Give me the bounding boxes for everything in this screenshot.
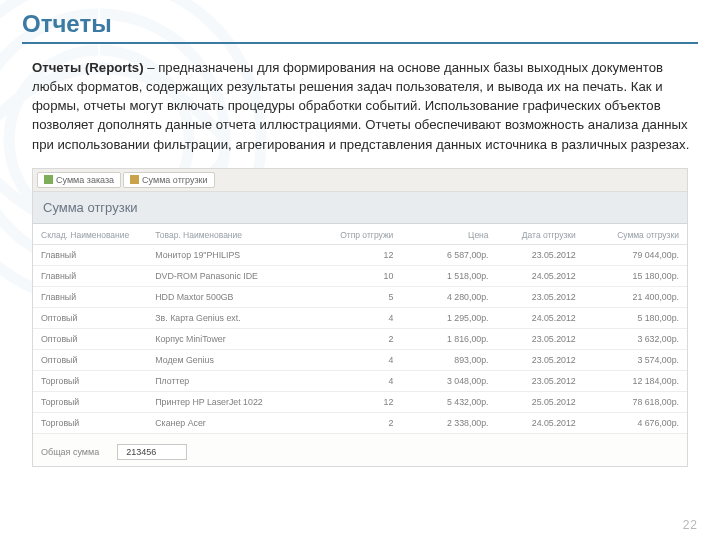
report-heading: Сумма отгрузки — [33, 192, 687, 224]
col-date: Дата отгрузки — [489, 230, 584, 240]
cell: 3 632,00р. — [584, 334, 679, 344]
cell: 15 180,00р. — [584, 271, 679, 281]
cell: Сканер Acer — [155, 418, 307, 428]
cell: Зв. Карта Genius ext. — [155, 313, 307, 323]
cell: 5 180,00р. — [584, 313, 679, 323]
table-row: ОптовыйКорпус MiniTower21 816,00р.23.05.… — [33, 329, 687, 350]
cell: Главный — [41, 271, 155, 281]
cell: Главный — [41, 292, 155, 302]
cell: Торговый — [41, 418, 155, 428]
page-title: Отчеты — [22, 10, 698, 42]
cell: Оптовый — [41, 355, 155, 365]
cell: 5 432,00р. — [393, 397, 488, 407]
cell: 12 — [308, 250, 394, 260]
cell: 6 587,00р. — [393, 250, 488, 260]
table-row: ГлавныйМонитор 19"PHILIPS126 587,00р.23.… — [33, 245, 687, 266]
cell: 23.05.2012 — [489, 292, 584, 302]
cell: 23.05.2012 — [489, 250, 584, 260]
col-product: Товар. Наименование — [155, 230, 307, 240]
cell: 23.05.2012 — [489, 355, 584, 365]
col-qty: Отпр отгружи — [308, 230, 394, 240]
table-row: ГлавныйHDD Maxtor 500GB54 280,00р.23.05.… — [33, 287, 687, 308]
cell: 1 816,00р. — [393, 334, 488, 344]
cell: 25.05.2012 — [489, 397, 584, 407]
cell: Корпус MiniTower — [155, 334, 307, 344]
cell: 2 — [308, 418, 394, 428]
table-row: ОптовыйМодем Genius4893,00р.23.05.20123 … — [33, 350, 687, 371]
report-icon — [130, 175, 139, 184]
cell: 893,00р. — [393, 355, 488, 365]
total-value: 213456 — [117, 444, 187, 460]
cell: 12 — [308, 397, 394, 407]
cell: Оптовый — [41, 313, 155, 323]
title-rule — [22, 42, 698, 44]
cell: 2 338,00р. — [393, 418, 488, 428]
table-row: ОптовыйЗв. Карта Genius ext.41 295,00р.2… — [33, 308, 687, 329]
cell: Главный — [41, 250, 155, 260]
col-sum: Сумма отгрузки — [584, 230, 679, 240]
cell: 1 518,00р. — [393, 271, 488, 281]
cell: 3 574,00р. — [584, 355, 679, 365]
cell: 21 400,00р. — [584, 292, 679, 302]
cell: 4 — [308, 355, 394, 365]
report-screenshot: Сумма заказа Сумма отгрузки Сумма отгруз… — [32, 168, 688, 467]
cell: HDD Maxtor 500GB — [155, 292, 307, 302]
cell: 23.05.2012 — [489, 334, 584, 344]
cell: 4 676,00р. — [584, 418, 679, 428]
cell: Торговый — [41, 397, 155, 407]
cell: 24.05.2012 — [489, 418, 584, 428]
cell: Принтер HP LaserJet 1022 — [155, 397, 307, 407]
lead-term: Отчеты (Reports) — [32, 60, 144, 75]
cell: 4 280,00р. — [393, 292, 488, 302]
tab-label: Сумма отгрузки — [142, 175, 208, 185]
cell: 24.05.2012 — [489, 313, 584, 323]
cell: 2 — [308, 334, 394, 344]
total-label: Общая сумма — [41, 447, 99, 457]
cell: 1 295,00р. — [393, 313, 488, 323]
cell: 12 184,00р. — [584, 376, 679, 386]
tab-label: Сумма заказа — [56, 175, 114, 185]
cell: 79 044,00р. — [584, 250, 679, 260]
cell: 4 — [308, 376, 394, 386]
cell: 23.05.2012 — [489, 376, 584, 386]
cell: Монитор 19"PHILIPS — [155, 250, 307, 260]
cell: 78 618,00р. — [584, 397, 679, 407]
totals-row: Общая сумма 213456 — [33, 434, 687, 466]
cell: Модем Genius — [155, 355, 307, 365]
table-row: ГлавныйDVD-ROM Panasonic IDE101 518,00р.… — [33, 266, 687, 287]
cell: Плоттер — [155, 376, 307, 386]
table-row: ТорговыйПринтер HP LaserJet 1022125 432,… — [33, 392, 687, 413]
tab-sum-order[interactable]: Сумма заказа — [37, 172, 121, 188]
table-body: ГлавныйМонитор 19"PHILIPS126 587,00р.23.… — [33, 245, 687, 434]
col-warehouse: Склад. Наименование — [41, 230, 155, 240]
table-row: ТорговыйСканер Acer22 338,00р.24.05.2012… — [33, 413, 687, 434]
table-row: ТорговыйПлоттер43 048,00р.23.05.201212 1… — [33, 371, 687, 392]
cell: DVD-ROM Panasonic IDE — [155, 271, 307, 281]
table-header: Склад. Наименование Товар. Наименование … — [33, 224, 687, 245]
col-price: Цена — [393, 230, 488, 240]
page-number: 22 — [683, 518, 698, 532]
cell: 4 — [308, 313, 394, 323]
description-paragraph: Отчеты (Reports) – предназначены для фор… — [22, 58, 698, 164]
cell: 5 — [308, 292, 394, 302]
cell: Оптовый — [41, 334, 155, 344]
cell: 3 048,00р. — [393, 376, 488, 386]
report-tabs: Сумма заказа Сумма отгрузки — [33, 169, 687, 192]
cell: Торговый — [41, 376, 155, 386]
cell: 10 — [308, 271, 394, 281]
report-icon — [44, 175, 53, 184]
tab-sum-shipment[interactable]: Сумма отгрузки — [123, 172, 215, 188]
cell: 24.05.2012 — [489, 271, 584, 281]
